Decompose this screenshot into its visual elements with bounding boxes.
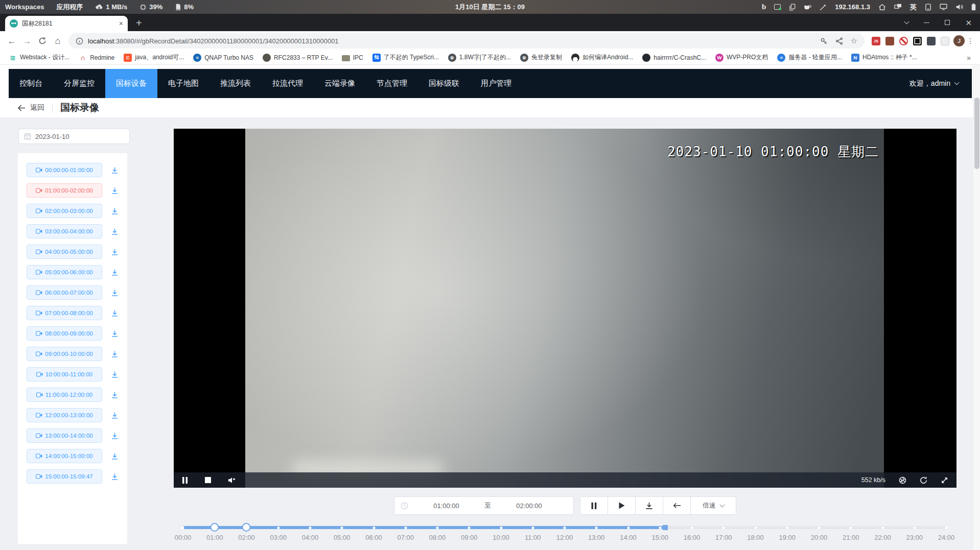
- browser-tab[interactable]: 国标28181 ×: [5, 16, 128, 31]
- forward-nav-icon[interactable]: →: [19, 37, 35, 45]
- bookmark-item[interactable]: NHDAtmos :: 种子 *...: [847, 52, 922, 63]
- input-method-indicator[interactable]: 英: [910, 3, 917, 12]
- recording-range-button[interactable]: 03:00:00-04:00:00: [27, 224, 102, 238]
- recording-range-button[interactable]: 07:00:00-08:00:00: [27, 306, 102, 320]
- address-bar[interactable]: localhost:38080/#/gbRecordDetail/3402000…: [68, 33, 865, 49]
- volume-tray-icon[interactable]: [955, 4, 963, 10]
- window-minimize-icon[interactable]: [924, 22, 929, 23]
- download-record-icon[interactable]: [110, 451, 120, 461]
- bookmark-item[interactable]: IPC: [337, 53, 368, 63]
- recording-range-button[interactable]: 01:00:00-02:00:00: [27, 183, 102, 198]
- recording-range-button[interactable]: 14:00:00-15:00:00: [27, 449, 102, 463]
- download-record-icon[interactable]: [110, 186, 120, 196]
- workspaces-button[interactable]: Workspaces: [5, 3, 44, 11]
- refresh-icon[interactable]: [920, 476, 927, 484]
- battery-tray-icon[interactable]: [971, 3, 976, 11]
- recording-range-button[interactable]: 00:00:00-01:00:00: [27, 163, 102, 177]
- recording-range-button[interactable]: 13:00:00-14:00:00: [27, 428, 102, 443]
- end-time-value[interactable]: 02:00:00: [491, 502, 567, 510]
- phone-link-icon[interactable]: [925, 4, 931, 11]
- bookmark-item[interactable]: ∩Redmine: [74, 52, 119, 63]
- window-maximize-icon[interactable]: [945, 20, 950, 25]
- fullscreen-icon[interactable]: [941, 476, 948, 484]
- nav-item-7[interactable]: 云端录像: [314, 69, 366, 98]
- nav-item-3[interactable]: 国标设备: [105, 69, 157, 98]
- download-record-icon[interactable]: [110, 288, 120, 298]
- back-nav-icon[interactable]: ←: [4, 37, 19, 45]
- ghost-ext-icon[interactable]: [927, 37, 936, 45]
- recording-range-button[interactable]: 02:00:00-03:00:00: [27, 204, 102, 218]
- seek-back-button[interactable]: [663, 497, 691, 514]
- timeline-position-marker[interactable]: [663, 525, 668, 530]
- clipboard-tray-icon[interactable]: [789, 4, 796, 11]
- bookmark-item[interactable]: WWVP-PRO文档: [711, 52, 773, 63]
- workspace-switcher-icon[interactable]: [894, 4, 902, 10]
- recording-range-button[interactable]: 15:00:00-15:09:47: [27, 469, 102, 484]
- download-record-icon[interactable]: [110, 247, 120, 257]
- recording-range-button[interactable]: 11:00:00-12:00:00: [27, 388, 102, 402]
- scrollbar-thumb[interactable]: [974, 98, 979, 169]
- recording-range-button[interactable]: 10:00:00-11:00:00: [27, 367, 102, 381]
- speed-select[interactable]: 倍速: [691, 497, 736, 514]
- bookmark-item[interactable]: hairrrrr/C-CrashC...: [638, 52, 711, 63]
- clock-button[interactable]: 1月10日 星期二 15：09: [455, 3, 525, 12]
- bookmark-item[interactable]: 如何编译Android...: [567, 52, 638, 63]
- download-record-icon[interactable]: [110, 165, 120, 175]
- start-time-value[interactable]: 01:00:00: [408, 502, 484, 510]
- nav-item-2[interactable]: 分屏监控: [53, 69, 105, 98]
- pause-button[interactable]: [580, 497, 608, 514]
- download-record-icon[interactable]: [110, 390, 120, 400]
- nav-item-6[interactable]: 拉流代理: [262, 69, 314, 98]
- light-ext-icon[interactable]: [941, 37, 949, 45]
- screenshot-tray-icon[interactable]: [774, 4, 781, 10]
- timeline-handle[interactable]: [242, 523, 251, 532]
- new-tab-button[interactable]: +: [136, 18, 142, 28]
- recording-range-button[interactable]: 05:00:00-06:00:00: [27, 265, 102, 279]
- download-record-icon[interactable]: [110, 308, 120, 318]
- bing-tray-icon[interactable]: b: [762, 3, 766, 11]
- bookmark-item[interactable]: ≈服务器 - 轻量应用...: [773, 52, 847, 63]
- download-record-icon[interactable]: [110, 472, 120, 482]
- download-record-icon[interactable]: [110, 370, 120, 379]
- nav-item-5[interactable]: 推流列表: [209, 69, 262, 98]
- nav-item-1[interactable]: 控制台: [9, 69, 53, 98]
- player-pause-icon[interactable]: [182, 477, 188, 484]
- profile-avatar[interactable]: J: [953, 35, 965, 46]
- dark-square-ext-icon[interactable]: [913, 37, 922, 45]
- share-icon[interactable]: [835, 37, 843, 45]
- timeline-track[interactable]: [183, 526, 946, 529]
- download-record-icon[interactable]: [110, 349, 120, 359]
- display-tray-icon[interactable]: [940, 4, 947, 10]
- download-record-icon[interactable]: [110, 411, 120, 420]
- bookmark-item[interactable]: ⊕1.8W字|了不起的...: [444, 52, 516, 63]
- password-ext-icon[interactable]: [885, 37, 894, 45]
- download-button[interactable]: [636, 497, 663, 514]
- user-menu[interactable]: 欢迎，admin: [909, 79, 972, 88]
- tab-close-icon[interactable]: ×: [119, 20, 123, 27]
- bookmarks-overflow-icon[interactable]: »: [967, 54, 980, 62]
- back-button[interactable]: 返回: [17, 103, 44, 112]
- browser-menu-icon[interactable]: ⋮: [967, 37, 974, 45]
- timeline-slider[interactable]: 00:0001:0002:0003:0004:0005:0006:0007:00…: [183, 526, 946, 546]
- recording-range-button[interactable]: 04:00:00-05:00:00: [27, 245, 102, 259]
- download-record-icon[interactable]: [110, 329, 120, 339]
- home-tray-icon[interactable]: [878, 4, 886, 11]
- nav-item-4[interactable]: 电子地图: [157, 69, 209, 98]
- bookmark-star-icon[interactable]: ☆: [851, 36, 857, 45]
- js-ext-icon[interactable]: JS: [872, 37, 880, 45]
- timeline-handle[interactable]: [211, 523, 219, 532]
- ip-address-indicator[interactable]: 192.168.1.3: [835, 3, 870, 11]
- applications-button[interactable]: 应用程序: [56, 3, 83, 12]
- download-record-icon[interactable]: [110, 431, 120, 441]
- download-record-icon[interactable]: [110, 206, 120, 216]
- bookmark-item[interactable]: Cjava、android可...: [119, 52, 189, 63]
- nav-item-9[interactable]: 国标级联: [418, 69, 470, 98]
- recording-range-button[interactable]: 09:00:00-10:00:00: [27, 347, 102, 361]
- download-record-icon[interactable]: [110, 227, 120, 236]
- player-stop-icon[interactable]: [205, 477, 211, 483]
- window-close-icon[interactable]: ✕: [965, 19, 972, 27]
- tab-search-icon[interactable]: [904, 19, 909, 25]
- home-nav-icon[interactable]: ⌂: [50, 36, 65, 45]
- player-mute-icon[interactable]: [228, 477, 236, 484]
- bookmark-item[interactable]: ⊕免登录复制: [516, 52, 567, 63]
